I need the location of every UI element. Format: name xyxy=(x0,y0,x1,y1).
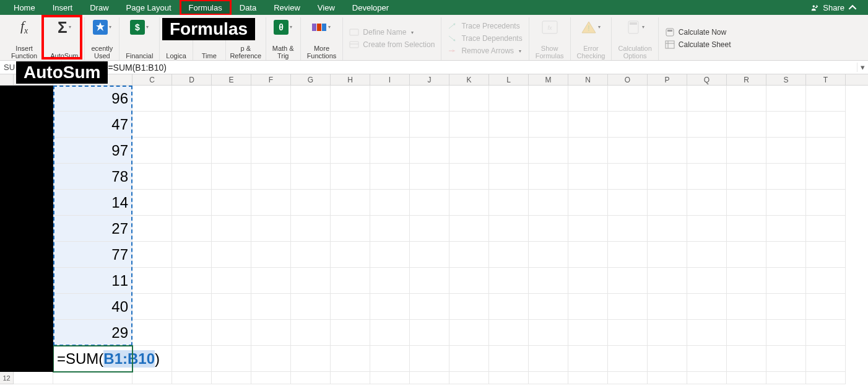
tab-review[interactable]: Review xyxy=(265,0,309,15)
math-trig-dropdown-icon[interactable]: ▾ xyxy=(290,25,292,30)
name-box[interactable]: SU xyxy=(0,61,62,74)
cell[interactable] xyxy=(410,216,449,242)
cell[interactable] xyxy=(766,294,806,320)
cell[interactable] xyxy=(370,164,410,190)
cell[interactable] xyxy=(529,372,568,384)
cell[interactable] xyxy=(648,346,687,372)
enter-icon[interactable]: ✓ xyxy=(80,63,87,72)
cell[interactable] xyxy=(608,138,648,164)
col-header-M[interactable]: M xyxy=(529,74,568,85)
cell[interactable] xyxy=(172,294,212,320)
cell[interactable] xyxy=(291,320,331,346)
cell[interactable] xyxy=(766,86,806,112)
cell[interactable] xyxy=(766,164,806,190)
cell[interactable] xyxy=(291,346,331,372)
cell[interactable] xyxy=(489,268,529,294)
cell[interactable] xyxy=(449,86,489,112)
cell[interactable] xyxy=(331,372,370,384)
cell[interactable] xyxy=(331,138,370,164)
cell[interactable] xyxy=(331,294,370,320)
cell[interactable] xyxy=(687,138,727,164)
cell[interactable] xyxy=(410,372,449,384)
cell[interactable] xyxy=(489,372,529,384)
cell[interactable] xyxy=(291,190,331,216)
cell[interactable] xyxy=(370,190,410,216)
cell[interactable] xyxy=(410,112,449,138)
cell[interactable] xyxy=(449,190,489,216)
cell[interactable] xyxy=(291,372,331,384)
cell[interactable] xyxy=(489,242,529,268)
lookup-reference-button[interactable]: p & Reference xyxy=(230,17,262,60)
cell[interactable] xyxy=(806,346,846,372)
cell[interactable] xyxy=(766,346,806,372)
cell[interactable] xyxy=(806,138,846,164)
cell[interactable] xyxy=(529,138,568,164)
cell[interactable] xyxy=(568,268,608,294)
cell[interactable] xyxy=(132,268,172,294)
cell[interactable]: 78 xyxy=(53,164,132,190)
col-header-D[interactable]: D xyxy=(172,74,212,85)
cell[interactable] xyxy=(370,86,410,112)
cell[interactable] xyxy=(370,294,410,320)
cell[interactable] xyxy=(212,86,251,112)
tab-data[interactable]: Data xyxy=(231,0,265,15)
cell[interactable] xyxy=(489,294,529,320)
cell[interactable] xyxy=(172,112,212,138)
cell[interactable] xyxy=(608,320,648,346)
col-header-G[interactable]: G xyxy=(291,74,331,85)
cell[interactable] xyxy=(172,190,212,216)
cell[interactable] xyxy=(806,112,846,138)
cell[interactable] xyxy=(172,320,212,346)
tab-view[interactable]: View xyxy=(309,0,344,15)
cell[interactable] xyxy=(568,190,608,216)
cell[interactable] xyxy=(568,242,608,268)
financial-button[interactable]: $ ▾ Financial xyxy=(123,17,155,60)
cell[interactable] xyxy=(410,346,449,372)
select-all-corner[interactable] xyxy=(0,74,14,85)
col-header-T[interactable]: T xyxy=(806,74,846,85)
cell[interactable] xyxy=(331,242,370,268)
cell[interactable]: 11 xyxy=(53,268,132,294)
cell[interactable] xyxy=(766,190,806,216)
autosum-button[interactable]: Σ▾ AutoSum xyxy=(48,17,80,60)
cell[interactable] xyxy=(331,346,370,372)
col-header-H[interactable]: H xyxy=(331,74,370,85)
cell[interactable] xyxy=(568,372,608,384)
cell[interactable] xyxy=(251,86,291,112)
cell[interactable] xyxy=(251,320,291,346)
cell[interactable] xyxy=(251,294,291,320)
cell[interactable] xyxy=(568,216,608,242)
cell[interactable] xyxy=(251,138,291,164)
cell[interactable] xyxy=(212,190,251,216)
logical-button[interactable]: ? ▾ Logica xyxy=(163,17,188,60)
cell[interactable] xyxy=(251,242,291,268)
col-header-I[interactable]: I xyxy=(370,74,410,85)
cell[interactable] xyxy=(291,138,331,164)
cell[interactable] xyxy=(370,320,410,346)
cell[interactable] xyxy=(687,320,727,346)
cell[interactable] xyxy=(687,346,727,372)
col-header-E[interactable]: E xyxy=(212,74,251,85)
cell[interactable] xyxy=(489,190,529,216)
cell[interactable] xyxy=(212,216,251,242)
cell[interactable] xyxy=(331,86,370,112)
cell[interactable] xyxy=(806,294,846,320)
cell[interactable] xyxy=(608,164,648,190)
cell[interactable] xyxy=(291,112,331,138)
cell[interactable] xyxy=(331,268,370,294)
cell[interactable] xyxy=(251,216,291,242)
cell[interactable] xyxy=(727,216,766,242)
cell[interactable] xyxy=(449,294,489,320)
cell[interactable] xyxy=(608,190,648,216)
col-header-S[interactable]: S xyxy=(766,74,806,85)
cell[interactable] xyxy=(529,320,568,346)
col-header-Q[interactable]: Q xyxy=(687,74,727,85)
cell[interactable] xyxy=(212,320,251,346)
more-functions-dropdown-icon[interactable]: ▾ xyxy=(328,25,331,30)
cell[interactable] xyxy=(331,190,370,216)
cell[interactable] xyxy=(291,86,331,112)
cell[interactable] xyxy=(370,216,410,242)
cell[interactable] xyxy=(212,138,251,164)
cell[interactable] xyxy=(172,86,212,112)
cell[interactable] xyxy=(648,372,687,384)
